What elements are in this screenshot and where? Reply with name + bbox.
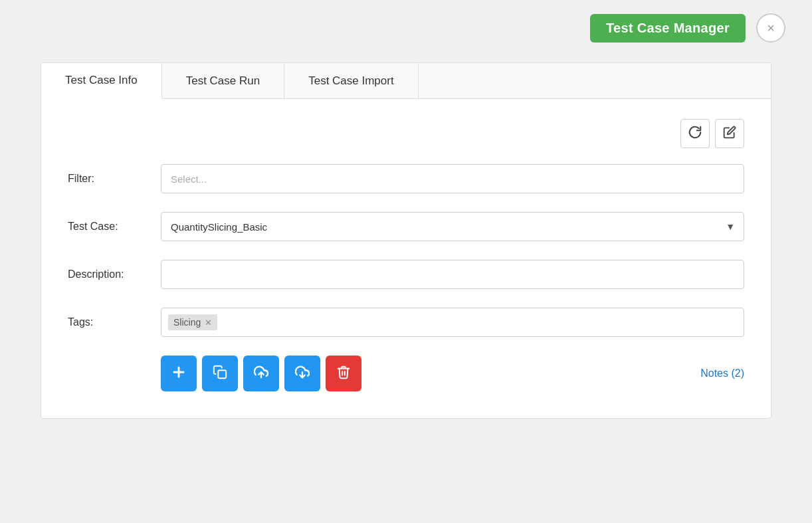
header-row: Test Case Manager × (13, 13, 799, 43)
bottom-actions (161, 356, 361, 391)
trash-icon (336, 365, 351, 383)
notes-link[interactable]: Notes (2) (700, 367, 744, 379)
close-button[interactable]: × (756, 13, 785, 43)
download-icon (295, 365, 310, 383)
test-case-select-wrapper: QuantitySlicing_Basic ▼ (161, 212, 744, 241)
test-case-row: Test Case: QuantitySlicing_Basic ▼ (68, 212, 744, 241)
description-input[interactable] (161, 260, 744, 289)
tab-content: Filter: Test Case: QuantitySlicing_Basic… (41, 99, 771, 418)
refresh-button[interactable] (680, 119, 710, 148)
edit-icon (723, 126, 736, 142)
delete-button[interactable] (326, 356, 361, 391)
bottom-row: Notes (2) (68, 356, 744, 391)
action-icons-row (68, 119, 744, 148)
svg-rect-2 (218, 370, 226, 378)
add-button[interactable] (161, 356, 197, 391)
filter-label: Filter: (68, 173, 161, 185)
tags-field[interactable]: Slicing ✕ (161, 308, 744, 337)
refresh-icon (688, 125, 702, 143)
filter-input[interactable] (161, 164, 744, 193)
test-case-label: Test Case: (68, 221, 161, 233)
title-button[interactable]: Test Case Manager (590, 14, 746, 43)
filter-row: Filter: (68, 164, 744, 193)
tags-row: Tags: Slicing ✕ (68, 308, 744, 337)
download-button[interactable] (284, 356, 320, 391)
tab-test-case-import[interactable]: Test Case Import (284, 63, 419, 98)
main-card: Test Case Info Test Case Run Test Case I… (41, 62, 771, 419)
upload-icon (254, 365, 268, 383)
page-wrapper: Test Case Manager × Test Case Info Test … (0, 0, 812, 523)
plus-icon (171, 364, 187, 383)
tag-item: Slicing ✕ (168, 314, 217, 330)
tag-label: Slicing (173, 317, 201, 328)
tab-test-case-info[interactable]: Test Case Info (41, 63, 162, 99)
tab-test-case-run[interactable]: Test Case Run (162, 63, 285, 98)
description-label: Description: (68, 268, 161, 280)
copy-button[interactable] (202, 356, 238, 391)
description-row: Description: (68, 260, 744, 289)
tabs-row: Test Case Info Test Case Run Test Case I… (41, 63, 771, 99)
test-case-select[interactable]: QuantitySlicing_Basic (161, 212, 744, 241)
edit-button[interactable] (715, 119, 744, 148)
tags-label: Tags: (68, 316, 161, 328)
upload-button[interactable] (243, 356, 279, 391)
tag-remove-button[interactable]: ✕ (205, 318, 212, 327)
copy-icon (213, 365, 227, 383)
